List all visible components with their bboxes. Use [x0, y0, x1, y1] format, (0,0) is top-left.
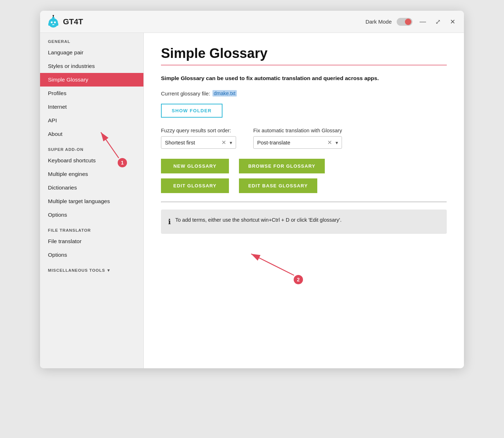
svg-rect-1: [51, 21, 53, 23]
fuzzy-value: Shortest first: [165, 139, 218, 146]
divider: [161, 202, 447, 202]
browse-glossary-button[interactable]: BROWSE FOR GLOSSARY: [239, 159, 325, 173]
dark-mode-label: Dark Mode: [366, 19, 392, 25]
dark-mode-toggle[interactable]: [397, 18, 412, 26]
fix-label: Fix automatic translation with Glossary: [253, 128, 342, 133]
fix-arrow-icon[interactable]: ▾: [336, 140, 338, 146]
sidebar-item-about[interactable]: About: [40, 127, 143, 141]
sidebar-item-language-pair[interactable]: Language pair: [40, 46, 143, 59]
sidebar-item-keyboard-shortcuts[interactable]: Keyboard shortcuts: [40, 154, 143, 167]
svg-rect-8: [48, 23, 50, 26]
info-box: ℹ To add terms, either use the shortcut …: [161, 210, 447, 234]
sidebar-item-styles-industries[interactable]: Styles or industries: [40, 59, 143, 73]
sidebar-item-options-file[interactable]: Options: [40, 248, 143, 262]
app-title: GT4T: [63, 17, 83, 26]
sidebar-item-profiles[interactable]: Profiles: [40, 87, 143, 100]
sidebar-section-super-addon: SUPER ADD-ON: [40, 141, 143, 154]
title-underline: [161, 65, 447, 65]
sidebar-item-options-super[interactable]: Options: [40, 208, 143, 222]
close-button[interactable]: ✕: [448, 17, 457, 26]
minimize-button[interactable]: —: [417, 17, 428, 26]
btn-row-2: EDIT GLOSSARY EDIT BASE GLOSSARY: [161, 178, 447, 193]
controls-row: Fuzzy query results sort order: Shortest…: [161, 128, 447, 149]
fuzzy-control-group: Fuzzy query results sort order: Shortest…: [161, 128, 236, 149]
info-icon: ℹ: [168, 216, 171, 227]
fuzzy-clear-icon[interactable]: ✕: [221, 139, 226, 146]
sidebar-item-multiple-engines[interactable]: Multiple engines: [40, 167, 143, 181]
file-label: Current glossary file:: [161, 90, 210, 97]
titlebar: GT4T Dark Mode — ⤢ ✕: [40, 11, 464, 33]
main-content: Simple Glossary Simple Glossary can be u…: [144, 33, 464, 368]
logo-area: GT4T: [47, 15, 366, 29]
svg-rect-3: [52, 24, 54, 25]
svg-point-7: [53, 15, 54, 16]
sidebar-item-api[interactable]: API: [40, 114, 143, 127]
sidebar-item-dictionaries[interactable]: Dictionaries: [40, 181, 143, 195]
fix-control-group: Fix automatic translation with Glossary …: [253, 128, 342, 149]
fix-select[interactable]: Post-translate ✕ ▾: [253, 136, 342, 149]
sidebar-item-simple-glossary[interactable]: Simple Glossary: [40, 73, 143, 87]
fix-clear-icon[interactable]: ✕: [327, 139, 332, 146]
fix-value: Post-translate: [257, 139, 324, 146]
sidebar-item-file-translator[interactable]: File translator: [40, 235, 143, 248]
btn-row-1: NEW GLOSSARY BROWSE FOR GLOSSARY: [161, 159, 447, 173]
fuzzy-select[interactable]: Shortest first ✕ ▾: [161, 136, 236, 149]
svg-rect-9: [57, 23, 58, 26]
sidebar-section-misc[interactable]: MISCELLANEOUS TOOLS ▼: [40, 262, 143, 275]
sidebar: GENERAL Language pair Styles or industri…: [40, 33, 144, 368]
file-link[interactable]: dmake.txt: [212, 90, 237, 97]
sidebar-section-general: GENERAL: [40, 33, 143, 46]
show-folder-button[interactable]: SHOW FOLDER: [161, 104, 222, 118]
sidebar-item-multiple-target[interactable]: Multiple target languages: [40, 195, 143, 208]
page-title: Simple Glossary: [161, 46, 447, 61]
info-text: To add terms, either use the shortcut wi…: [175, 216, 342, 224]
sidebar-item-internet[interactable]: Internet: [40, 100, 143, 114]
fuzzy-label: Fuzzy query results sort order:: [161, 128, 236, 133]
svg-rect-2: [54, 21, 56, 23]
titlebar-controls: Dark Mode — ⤢ ✕: [366, 17, 457, 26]
toggle-dot: [405, 19, 411, 25]
file-row: Current glossary file: dmake.txt: [161, 90, 447, 97]
maximize-button[interactable]: ⤢: [433, 17, 443, 26]
edit-base-glossary-button[interactable]: EDIT BASE GLOSSARY: [239, 178, 317, 193]
fuzzy-arrow-icon[interactable]: ▾: [230, 140, 232, 146]
edit-glossary-button[interactable]: EDIT GLOSSARY: [161, 178, 229, 193]
description-text: Simple Glossary can be used to fix autom…: [161, 74, 447, 82]
sidebar-section-file-translator: FILE TRANSLATOR: [40, 222, 143, 235]
new-glossary-button[interactable]: NEW GLOSSARY: [161, 159, 229, 173]
app-logo: [47, 15, 60, 29]
